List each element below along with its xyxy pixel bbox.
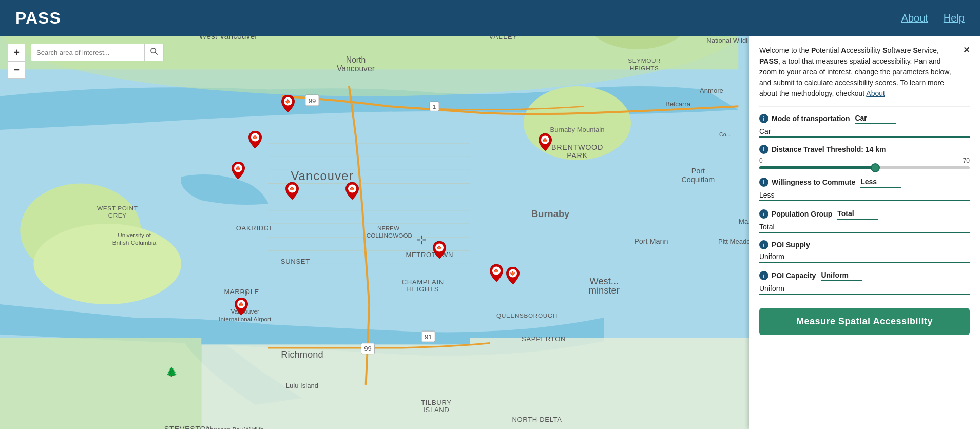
svg-text:🌲: 🌲: [166, 367, 178, 378]
svg-text:🍁: 🍁: [253, 134, 259, 141]
svg-text:🍁: 🍁: [494, 268, 500, 274]
population-info-icon[interactable]: i: [759, 209, 768, 219]
nav-links: About Help: [901, 12, 965, 24]
svg-text:NFREW-: NFREW-: [377, 225, 401, 231]
svg-text:Lulu Island: Lulu Island: [286, 382, 318, 389]
close-welcome-button[interactable]: ✕: [963, 45, 970, 55]
slider-min: 0: [759, 157, 763, 164]
svg-text:🍁: 🍁: [350, 186, 356, 192]
svg-text:NORTH DELTA: NORTH DELTA: [512, 416, 562, 423]
poi-capacity-label: i POI Capacity Uniform: [759, 270, 970, 281]
svg-text:HEIGHTS: HEIGHTS: [630, 65, 659, 71]
distance-threshold-section: i Distance Travel Threshold: 14 km 0 70: [759, 145, 970, 169]
svg-text:91: 91: [425, 333, 432, 341]
map-marker-3[interactable]: 🍁: [231, 162, 245, 179]
poi-supply-select[interactable]: Uniform Weighted: [759, 251, 970, 263]
search-input[interactable]: [31, 46, 144, 60]
svg-text:COLLINGWOOD: COLLINGWOOD: [367, 232, 412, 239]
svg-text:✈: ✈: [242, 287, 250, 298]
help-link[interactable]: Help: [944, 12, 965, 24]
poi-supply-info-icon[interactable]: i: [759, 240, 768, 249]
about-link-inline[interactable]: About: [866, 89, 885, 98]
svg-text:🍁: 🍁: [236, 165, 242, 171]
svg-text:🍁: 🍁: [543, 137, 549, 143]
svg-text:Richmond: Richmond: [281, 349, 323, 360]
svg-text:CHAMPLAIN: CHAMPLAIN: [402, 278, 444, 286]
svg-text:HEIGHTS: HEIGHTS: [407, 285, 439, 293]
map-marker-9[interactable]: 🍁: [506, 267, 520, 284]
svg-text:Vancouver: Vancouver: [337, 64, 375, 73]
mode-transport-label: i Mode of transportation Car: [759, 113, 970, 124]
poi-capacity-section: i POI Capacity Uniform Uniform Weighted: [759, 270, 970, 295]
mode-info-icon[interactable]: i: [759, 114, 768, 123]
svg-text:99: 99: [364, 345, 372, 353]
svg-text:QUEENSBOROUGH: QUEENSBOROUGH: [496, 312, 558, 319]
map-marker-1[interactable]: 🍁: [281, 95, 295, 112]
svg-text:West Vancouver: West Vancouver: [199, 36, 258, 41]
map-marker-2[interactable]: 🍁: [248, 131, 262, 148]
svg-text:University of: University of: [118, 231, 151, 238]
poi-capacity-select[interactable]: Uniform Weighted: [759, 283, 970, 295]
svg-text:Anmore: Anmore: [700, 87, 723, 94]
svg-text:🍁: 🍁: [290, 186, 296, 192]
willingness-select[interactable]: Less More: [759, 190, 970, 201]
svg-text:North: North: [346, 55, 366, 64]
zoom-out-button[interactable]: −: [8, 61, 25, 79]
measure-spatial-accessibility-button[interactable]: Measure Spatial Accessibility: [759, 308, 970, 335]
mode-transport-section: i Mode of transportation Car Car Transit…: [759, 113, 970, 138]
welcome-box: ✕ Welcome to the Potential Accessibility…: [759, 45, 970, 99]
svg-point-3: [33, 224, 181, 304]
about-link[interactable]: About: [901, 12, 928, 24]
map-marker-7[interactable]: 🍁: [432, 241, 447, 259]
svg-text:Port Mann: Port Mann: [634, 237, 668, 245]
search-button[interactable]: [144, 44, 163, 61]
distance-label: i Distance Travel Threshold: 14 km: [759, 145, 970, 154]
svg-text:⊹: ⊹: [416, 233, 427, 246]
svg-text:International Airport: International Airport: [219, 316, 272, 322]
svg-point-105: [151, 48, 156, 53]
svg-text:ISLAND: ISLAND: [423, 406, 449, 414]
svg-rect-8: [201, 344, 470, 429]
mode-transport-select[interactable]: Car Transit Walking Cycling: [759, 126, 970, 138]
search-box: [31, 44, 164, 61]
willingness-label: i Willingness to Commute Less: [759, 177, 970, 188]
svg-text:Sturgeon Bay Wildlife: Sturgeon Bay Wildlife: [206, 426, 264, 429]
svg-text:OAKRIDGE: OAKRIDGE: [236, 224, 274, 232]
slider-max: 70: [963, 157, 970, 164]
willingness-section: i Willingness to Commute Less Less More: [759, 177, 970, 201]
zoom-controls: + −: [8, 44, 25, 79]
poi-capacity-info-icon[interactable]: i: [759, 271, 768, 280]
map-marker-10[interactable]: 🍁: [234, 298, 248, 315]
distance-info-icon[interactable]: i: [759, 145, 768, 154]
population-select[interactable]: Total Children Elderly: [759, 222, 970, 233]
svg-text:Burnaby: Burnaby: [531, 208, 570, 219]
svg-text:PARK: PARK: [567, 151, 588, 160]
right-panel: ✕ Welcome to the Potential Accessibility…: [749, 36, 980, 429]
map-marker-4[interactable]: 🍁: [285, 182, 299, 200]
svg-text:🍁: 🍁: [510, 270, 516, 277]
map-marker-5[interactable]: 🍁: [345, 182, 359, 200]
svg-text:minster: minster: [589, 285, 620, 296]
svg-text:Coquitlam: Coquitlam: [681, 176, 715, 184]
zoom-in-button[interactable]: +: [8, 44, 25, 61]
map-marker-6[interactable]: 🍁: [538, 133, 552, 151]
svg-text:WEST POINT: WEST POINT: [97, 205, 138, 211]
poi-supply-section: i POI Supply Uniform Weighted: [759, 240, 970, 263]
map-marker-8[interactable]: 🍁: [489, 264, 504, 282]
poi-supply-label: i POI Supply: [759, 240, 970, 249]
map-container: West Vancouver North Vancouver VALLEY DE…: [0, 36, 980, 429]
svg-text:99: 99: [309, 97, 316, 105]
svg-text:MARPOLE: MARPOLE: [224, 288, 259, 296]
distance-slider-thumb[interactable]: [871, 163, 880, 172]
svg-text:BRENTWOOD: BRENTWOOD: [551, 143, 603, 151]
population-label: i Population Group Total: [759, 208, 970, 220]
svg-text:SEYMOUR: SEYMOUR: [628, 57, 661, 64]
welcome-text: Welcome to the Potential Accessibility S…: [759, 45, 970, 99]
svg-text:Belcarra: Belcarra: [665, 100, 690, 108]
svg-text:STEVESTON: STEVESTON: [164, 425, 212, 429]
svg-text:🍁: 🍁: [239, 301, 245, 307]
willingness-info-icon[interactable]: i: [759, 178, 768, 187]
app-logo: PASS: [15, 9, 61, 28]
population-section: i Population Group Total Total Children …: [759, 208, 970, 233]
svg-text:SAPPERTON: SAPPERTON: [522, 335, 566, 343]
